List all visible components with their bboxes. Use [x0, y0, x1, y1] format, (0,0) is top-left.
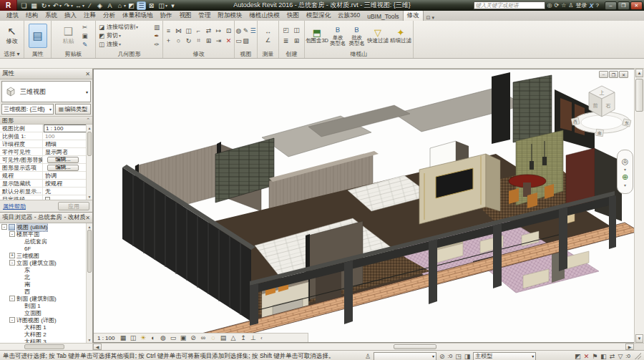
tree-item-detail-1[interactable]: 大样图 1	[0, 323, 92, 331]
properties-help-link[interactable]: 属性帮助	[3, 203, 26, 210]
selection-filter-icon[interactable]: ▽	[618, 353, 623, 360]
resize-grip[interactable]	[635, 353, 641, 359]
project-browser-header[interactable]: 项目浏览器 - 总统套房 - 改材质.rvt ✕	[0, 213, 92, 223]
worksets-icon[interactable]: ◳	[455, 353, 462, 360]
tab-architecture[interactable]: 建筑	[3, 11, 22, 21]
prop-row-vg-overrides[interactable]: 可见性/图形替换 编辑...	[0, 156, 92, 164]
drag-on-selection-icon[interactable]: ⇄	[610, 353, 615, 360]
dimension-icon[interactable]: ∠	[264, 36, 273, 44]
scale-button[interactable]: 1 : 100	[96, 335, 117, 341]
view-edit-icon[interactable]: ✎	[243, 26, 249, 35]
tab-cloudfamily360[interactable]: 云族360	[334, 11, 364, 21]
scroll-down-icon[interactable]: ▼	[635, 334, 643, 343]
cut-icon[interactable]: ✂	[81, 23, 89, 31]
close-hidden-windows-icon[interactable]: ⊠	[147, 1, 156, 10]
measure-line-icon[interactable]: ↔	[264, 27, 273, 35]
reveal-constraints-icon[interactable]: ⊥	[248, 334, 258, 342]
prop-row-analysis-display[interactable]: 默认分析显示... 无	[0, 188, 92, 195]
tab-structure[interactable]: 结构	[22, 11, 42, 21]
vcb-expander-icon[interactable]: ‹	[258, 334, 264, 342]
delete-icon[interactable]: ✕	[224, 36, 233, 45]
search-input[interactable]: 键入关键字或短语	[474, 1, 545, 9]
mirror-axis-icon[interactable]: ⌐	[194, 26, 203, 35]
tab-glsquickmodel[interactable]: 橄榄山快模	[246, 11, 284, 21]
array-icon[interactable]: ⌗	[194, 36, 203, 45]
mirror-icon[interactable]: ◫	[184, 26, 193, 35]
bounding-box-3d-button[interactable]: ⬒ 包围盒3D	[306, 28, 328, 44]
panel-label-properties[interactable]: 属性	[24, 50, 51, 58]
tree-item-presidential-suite[interactable]: 总统套房	[0, 238, 92, 245]
tree-item-floor-plans[interactable]: -楼层平面	[0, 230, 92, 238]
prop-row-view-scale[interactable]: 视图比例 1 : 100	[0, 125, 92, 132]
tab-collaborate[interactable]: 协作	[157, 11, 176, 21]
drawing-area[interactable]: ‒ ❐ ✕	[93, 69, 634, 343]
join-geometry-button[interactable]: ◫连接▾	[97, 40, 151, 48]
measure-caret[interactable]: ▾	[82, 3, 84, 8]
customize-qat-icon[interactable]: ▾	[168, 1, 177, 10]
panel-label-select[interactable]: 选择 ▾	[0, 50, 24, 58]
communication-center-icon[interactable]: ⟳	[554, 2, 559, 9]
tree-item-elevations[interactable]: -立面 (建筑立面)	[0, 259, 92, 266]
design-options-combo[interactable]: 主模型▾	[473, 352, 536, 360]
temporary-hide-isolate-icon[interactable]: ∞	[198, 334, 208, 342]
tree-item-east[interactable]: 东	[0, 266, 92, 273]
tab-view[interactable]: 视图	[176, 11, 195, 21]
select-pinned-icon[interactable]: ⚑	[592, 353, 597, 360]
tree-item-west[interactable]: 西	[0, 288, 92, 295]
favorites-star-icon[interactable]: ☆	[561, 2, 566, 9]
tab-annotate[interactable]: 注释	[80, 11, 99, 21]
view-close-icon[interactable]: ✕	[619, 71, 628, 78]
tree-item-detail-views[interactable]: -详图视图 (详图)	[0, 316, 92, 323]
view-list-icon[interactable]: ☰	[250, 26, 256, 35]
unpin-icon[interactable]: ⇥	[214, 36, 223, 45]
move-icon[interactable]: +	[164, 36, 173, 45]
detail-level-icon[interactable]: ▦	[118, 334, 127, 342]
modify-button[interactable]: ↖ 修改	[1, 26, 22, 45]
offset-icon[interactable]: ⋈	[174, 26, 183, 35]
prop-row-scale-value[interactable]: 比例值 1: 100	[0, 132, 92, 140]
sync-caret[interactable]: ▾	[48, 3, 50, 8]
type-selector[interactable]: 三维视图 ▾	[1, 81, 91, 102]
prop-row-parts-visibility[interactable]: 零件可见性 显示两者	[0, 148, 92, 156]
scroll-right-icon[interactable]: ▶	[625, 344, 634, 350]
tab-quickdraw[interactable]: 快图	[283, 11, 303, 21]
rendering-dialog-icon[interactable]: ◍	[158, 334, 167, 342]
thin-lines-icon[interactable]: ☰	[137, 1, 146, 10]
editing-requests-person-icon[interactable]: ♙	[365, 353, 371, 360]
project-browser-close-icon[interactable]: ✕	[85, 215, 90, 221]
tree-item-elevation-drawing[interactable]: 立面图	[0, 309, 92, 316]
signin-label[interactable]: 登录	[576, 1, 587, 9]
quick-filter-button[interactable]: ▽ 快速过滤	[367, 28, 389, 44]
copy-icon[interactable]: ▣	[81, 31, 89, 39]
tab-systems[interactable]: 系统	[42, 11, 61, 21]
apply-button[interactable]: 应用	[58, 202, 89, 210]
minimize-button[interactable]: ‒	[605, 1, 617, 10]
paint-icon[interactable]: ✒	[152, 31, 161, 39]
sun-path-checkbox[interactable]	[45, 197, 50, 201]
browser-horizontal-scrollbar[interactable]	[0, 344, 93, 350]
open-icon[interactable]: ❏	[19, 1, 29, 10]
pin-icon[interactable]: ⊡	[224, 26, 233, 35]
type-selector-caret[interactable]: ▾	[86, 89, 88, 94]
crop-region-icon[interactable]: ▣	[178, 334, 187, 342]
zoom-tool-caret[interactable]: ▾	[624, 183, 626, 188]
prop-row-hidden-lines[interactable]: 显示隐藏线 按规程	[0, 180, 92, 188]
properties-button[interactable]: ▤	[29, 24, 47, 48]
manage-links-icon[interactable]: ◨	[464, 353, 471, 360]
restore-button[interactable]: ❐	[618, 1, 630, 10]
viewcube[interactable]: 西 南 东 上 前 右	[569, 78, 634, 144]
demolish-icon[interactable]: ✑	[152, 40, 161, 48]
lock-3d-view-icon[interactable]: ⊘	[188, 334, 197, 342]
wall-joins-icon[interactable]: ▥	[152, 23, 161, 31]
tab-model-detail[interactable]: 模型深化	[303, 11, 334, 21]
crop-view-icon[interactable]: ▭	[168, 334, 177, 342]
create-group-icon[interactable]: ◰	[281, 25, 291, 34]
graphic-display-edit-button[interactable]: 编辑...	[47, 165, 79, 171]
tag-icon[interactable]: ◈	[95, 1, 104, 10]
switch-windows-caret[interactable]: ▾	[165, 3, 167, 8]
tab-insert[interactable]: 插入	[61, 11, 80, 21]
view-restore-icon[interactable]: ❐	[609, 71, 618, 78]
exchange-apps-icon[interactable]: X	[590, 2, 594, 9]
view3d-caret[interactable]: ▾	[124, 3, 126, 8]
select-links-icon[interactable]: ◩	[575, 353, 581, 360]
